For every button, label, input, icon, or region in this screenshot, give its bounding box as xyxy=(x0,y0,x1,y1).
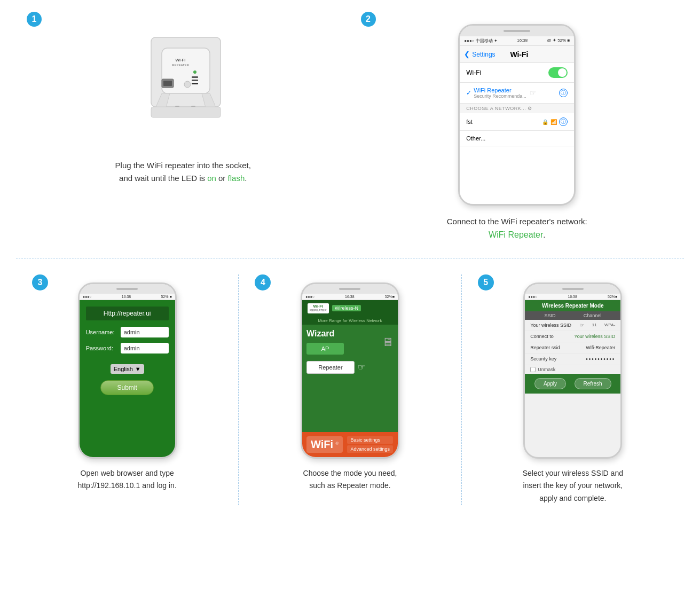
security-key-value: •••••••••• xyxy=(586,356,615,362)
step2-number: 2 xyxy=(361,12,376,27)
status-time: 16:38 xyxy=(517,38,528,44)
wifi-toggle[interactable] xyxy=(548,67,568,78)
apply-button[interactable]: Apply xyxy=(534,378,566,389)
step5-caption: Select your wireless SSID and insert the… xyxy=(523,467,623,505)
step2-block: 2 ●●●○ 中国移动 ✦ 16:38 @ ✦ 52% ■ ❮ Settings xyxy=(350,11,685,242)
wifi-big-text: WiFi ® xyxy=(306,436,343,453)
hand-cursor-icon: ☞ xyxy=(530,89,537,97)
step4-phone: ●●●○16:3852%■ Wi·Fi REPEATER Wireless-N … xyxy=(301,282,399,459)
refresh-button[interactable]: Refresh xyxy=(575,378,611,389)
ssid-row[interactable]: Your wireless SSID ☞ 11 WPA- xyxy=(525,320,620,331)
lock-icon: 🔒 xyxy=(542,119,548,125)
repeater-ssid-label: Repeater ssid xyxy=(530,345,560,350)
unmask-checkbox[interactable] xyxy=(530,367,536,372)
basic-settings-link[interactable]: Basic settings xyxy=(347,436,393,444)
ap-button[interactable]: AP xyxy=(306,343,344,355)
step1-number: 1 xyxy=(27,12,42,27)
status-left: ●●●○ 中国移动 ✦ xyxy=(464,38,498,44)
wifi-repeater-network-name: WiFi Repeater xyxy=(489,230,543,239)
step1-block: 1 Wi·Fi REPEATER xyxy=(16,11,350,242)
repeater-mode-header: Wireless Repeater Mode xyxy=(525,300,620,311)
wizard-header: Wi·Fi REPEATER Wireless-N xyxy=(302,300,398,317)
svg-rect-9 xyxy=(163,81,172,86)
ssid-channel-row: SSID Channel xyxy=(525,311,620,320)
fst-network[interactable]: fst 🔒 📶 ⓘ xyxy=(460,113,574,131)
device-illustration: Wi·Fi REPEATER xyxy=(108,21,258,150)
unmask-row: Unmask xyxy=(525,365,620,374)
channel-col-label: Channel xyxy=(584,313,602,318)
repeater-button[interactable]: Repeater xyxy=(306,361,355,374)
advanced-settings-link[interactable]: Advanced settings xyxy=(347,445,393,453)
step1-caption: Plug the WiFi repeater into the socket, … xyxy=(115,159,251,185)
cursor-ssid-icon: ☞ xyxy=(580,323,584,328)
svg-point-4 xyxy=(193,70,196,74)
caption-on: on xyxy=(207,174,216,183)
network-sub: Security Recommenda... xyxy=(474,93,526,99)
security-key-row: Security key •••••••••• xyxy=(525,354,620,365)
ssid-col-label: SSID xyxy=(544,313,555,318)
cursor-hand-icon: ☞ xyxy=(358,362,365,372)
submit-button[interactable]: Submit xyxy=(100,380,153,395)
back-arrow[interactable]: ❮ xyxy=(464,50,470,58)
username-input[interactable]: admin xyxy=(121,327,169,337)
svg-point-10 xyxy=(184,81,191,88)
password-row: Password: admin xyxy=(86,343,169,354)
s3-status-left: ●●●○ xyxy=(83,295,92,298)
s3-status-right: 52% ■ xyxy=(161,295,171,298)
language-select[interactable]: English ▼ xyxy=(111,364,144,374)
check-icon: ✓ xyxy=(466,89,471,97)
wifi-registered: ® xyxy=(335,441,339,445)
step4-caption: Choose the mode you need, such as Repeat… xyxy=(303,467,397,493)
other-network[interactable]: Other... xyxy=(460,131,574,146)
key-caption: key xyxy=(556,481,568,490)
connect-to-row: Connect to Your wireless SSID xyxy=(525,331,620,342)
bottom-row: 3 ●●●○ 16:38 52% ■ Http://repeater.ui Us… xyxy=(16,274,684,505)
repeater-ssid-row: Repeater ssid Wifi-Repeater xyxy=(525,342,620,354)
login-form: Http://repeater.ui Username: admin Passw… xyxy=(80,300,175,457)
info-button[interactable]: ⓘ xyxy=(559,89,568,97)
ssid-row-label: Your wireless SSID xyxy=(530,323,571,328)
network-name: WiFi Repeater xyxy=(474,87,526,93)
main-container: 1 Wi·Fi REPEATER xyxy=(0,0,700,516)
wizard-subtitle: More Range for Wireless Network xyxy=(302,317,398,325)
row1-channel: 11 xyxy=(592,323,597,327)
step4-block: 4 ●●●○16:3852%■ Wi·Fi REPEATER xyxy=(239,274,461,505)
svg-rect-7 xyxy=(192,83,198,84)
password-label: Password: xyxy=(86,345,121,351)
repeater-ssid-value: Wifi-Repeater xyxy=(586,345,615,350)
phone2-content: Wi-Fi ✓ WiFi Repeater Security Recommend… xyxy=(460,63,574,204)
password-input[interactable]: admin xyxy=(121,343,169,354)
svg-rect-13 xyxy=(151,107,221,117)
wireless-n-badge: Wireless-N xyxy=(332,305,361,311)
step3-block: 3 ●●●○ 16:38 52% ■ Http://repeater.ui Us… xyxy=(16,274,239,505)
connect-to-value: Your wireless SSID xyxy=(575,334,616,339)
connected-network[interactable]: ✓ WiFi Repeater Security Recommenda... ☞… xyxy=(460,83,574,104)
top-row: 1 Wi·Fi REPEATER xyxy=(16,11,684,258)
login-url-bar: Http://repeater.ui xyxy=(86,307,169,320)
row1-security: WPA- xyxy=(604,323,615,327)
svg-rect-6 xyxy=(192,80,198,81)
wizard-title: Wizard xyxy=(306,329,394,339)
repeater-brand: REPEATER xyxy=(310,309,327,312)
svg-text:Wi·Fi: Wi·Fi xyxy=(175,58,185,62)
computer-icon: 🖥 xyxy=(382,335,394,349)
fst-label: fst xyxy=(466,119,542,125)
step3-number: 3 xyxy=(32,274,48,290)
security-key-label: Security key xyxy=(530,356,556,362)
choose-network-header: CHOOSE A NETWORK... ⚙ xyxy=(460,104,574,113)
username-row: Username: admin xyxy=(86,327,169,337)
url-caption: http://192.168.10.1 xyxy=(78,481,140,490)
fst-info-button[interactable]: ⓘ xyxy=(559,117,568,126)
wizard-content: Wizard AP 🖥 Repeater ☞ xyxy=(302,325,398,432)
repeater-action-buttons: Apply Refresh xyxy=(525,374,620,394)
wireless-ssid-caption: wireless SSID xyxy=(562,469,609,477)
back-label[interactable]: Settings xyxy=(472,51,495,58)
step4-number: 4 xyxy=(255,274,271,290)
wifi-label: Wi-Fi xyxy=(466,69,481,76)
wifi-brand: Wi·Fi xyxy=(313,304,323,309)
step2-phone: ●●●○ 中国移动 ✦ 16:38 @ ✦ 52% ■ ❮ Settings W… xyxy=(458,24,576,206)
caption-flash: flash xyxy=(228,174,245,183)
unmask-label: Unmask xyxy=(538,367,555,372)
step3-phone: ●●●○ 16:38 52% ■ Http://repeater.ui User… xyxy=(78,282,177,459)
repeater-mode-caption: Repeater xyxy=(337,481,368,490)
